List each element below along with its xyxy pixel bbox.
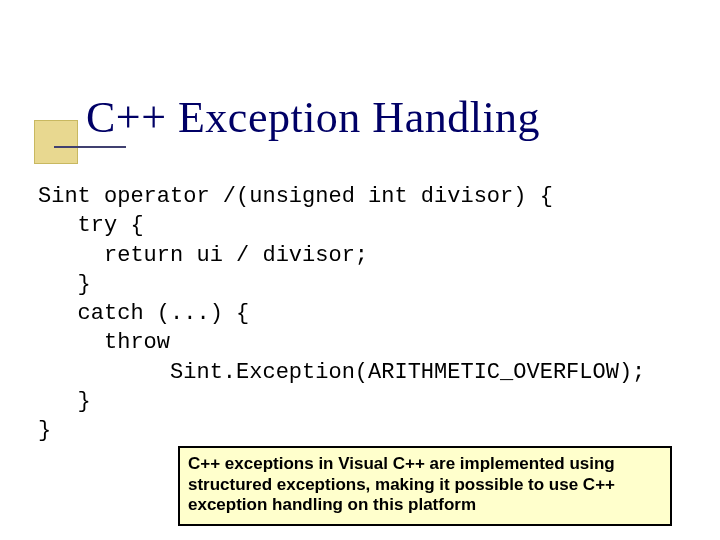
- code-line-5: catch (...) {: [38, 301, 249, 326]
- title-shadow-box: [34, 120, 78, 164]
- code-line-2: try {: [38, 213, 144, 238]
- code-block: Sint operator /(unsigned int divisor) { …: [38, 182, 645, 445]
- title-decoration: C++ Exception Handling: [40, 92, 540, 143]
- note-text: C++ exceptions in Visual C++ are impleme…: [188, 454, 662, 516]
- code-line-1: Sint operator /(unsigned int divisor) {: [38, 184, 553, 209]
- code-line-8: }: [38, 389, 91, 414]
- title-underline: [54, 146, 126, 148]
- code-line-9: }: [38, 418, 51, 443]
- code-line-6: throw: [38, 330, 170, 355]
- slide-title: C++ Exception Handling: [86, 93, 540, 142]
- code-line-7: Sint.Exception(ARITHMETIC_OVERFLOW);: [38, 360, 645, 385]
- note-callout: C++ exceptions in Visual C++ are impleme…: [178, 446, 672, 526]
- code-line-4: }: [38, 272, 91, 297]
- code-line-3: return ui / divisor;: [38, 243, 368, 268]
- title-area: C++ Exception Handling: [40, 92, 540, 143]
- slide: C++ Exception Handling Sint operator /(u…: [0, 0, 720, 540]
